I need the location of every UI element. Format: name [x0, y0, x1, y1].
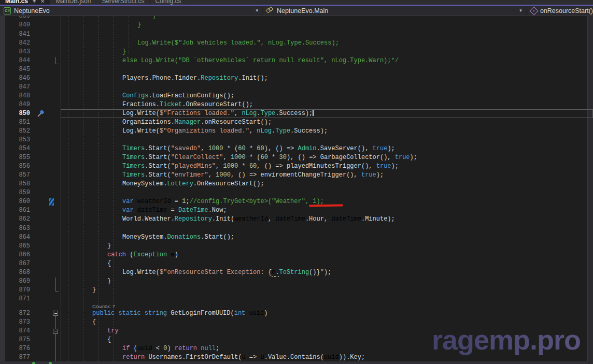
code-line-855[interactable]: 855Timers.Start("ClearCollect", 1000 * (…: [0, 153, 593, 162]
close-icon[interactable]: ✕: [40, 0, 45, 4]
ragemp-pro-watermark: ragemp.pro: [432, 324, 581, 356]
tab-label: Main.cs: [5, 0, 28, 5]
line-number: 845: [0, 65, 30, 74]
code-line-858[interactable]: 858MoneySystem.Lottery.OnResourceStart()…: [0, 180, 593, 188]
code-line-861[interactable]: 861var dateTime = DateTime.Now;: [0, 206, 593, 215]
line-number: 841: [0, 30, 30, 39]
code-line-842[interactable]: 842Log.Write($"Job vehicles loaded.", nL…: [0, 39, 593, 48]
tab-maindb-json[interactable]: MainDB.json: [50, 0, 96, 6]
tab-serverstruct[interactable]: ServerStruct.cs: [96, 0, 150, 6]
code-line-868[interactable]: 868Log.Write($"onResourceStart Exception…: [0, 268, 593, 277]
code-line-853[interactable]: 853: [0, 136, 593, 144]
member-name: onResourceStart(): [540, 7, 593, 14]
code-line-848[interactable]: 848Configs.LoadFractionConfigs();: [0, 92, 593, 100]
document-tab-strip: Main.cs ✕ MainDB.json ServerStruct.cs Co…: [0, 0, 593, 6]
code-line-849[interactable]: 849Fractions.Ticket.OnResourceStart();: [0, 100, 593, 109]
line-number: 859: [0, 188, 30, 197]
type-name: NeptuneEvo.Main: [277, 7, 328, 14]
code-line-846[interactable]: 846Players.Phone.Tinder.Repository.Init(…: [0, 74, 593, 83]
code-line-847[interactable]: 847: [0, 83, 593, 92]
line-number: 853: [0, 136, 30, 144]
project-dropdown[interactable]: C# NeptuneEvo ▾: [0, 6, 263, 16]
code-line-843[interactable]: 843}: [0, 48, 593, 56]
codelens-references[interactable]: Ссылок: 7: [0, 303, 593, 309]
code-line-851[interactable]: 851Organizations.Manager.onResourceStart…: [0, 118, 593, 127]
code-line-857[interactable]: 857Timers.Start("envTimer", 1000, () => …: [0, 171, 593, 180]
project-name: NeptuneEvo: [14, 7, 50, 14]
code-line-863[interactable]: 863: [0, 224, 593, 233]
code-line-872[interactable]: 872public static string GetLoginFromUUID…: [0, 309, 593, 318]
code-editor[interactable]: 839}840}841842Log.Write($"Job vehicles l…: [0, 16, 593, 364]
code-line-862[interactable]: 862World.Weather.Repository.Init(weather…: [0, 215, 593, 224]
tab-config[interactable]: Config.cs: [150, 0, 187, 6]
gutter-status-dot: [49, 362, 52, 364]
vs-code-editor-window: Main.cs ✕ MainDB.json ServerStruct.cs Co…: [0, 0, 593, 364]
code-line-866[interactable]: 866catch (Exception e): [0, 251, 593, 259]
code-rows: 839}840}841842Log.Write($"Job vehicles l…: [0, 16, 593, 364]
code-line-845[interactable]: 845: [0, 65, 593, 74]
line-number: 863: [0, 224, 30, 233]
code-line-840[interactable]: 840}: [0, 21, 593, 30]
code-line-865[interactable]: 865}: [0, 242, 593, 251]
csharp-project-icon: C#: [4, 7, 11, 14]
tab-main-cs[interactable]: Main.cs ✕: [0, 0, 50, 6]
code-line-856[interactable]: 856Timers.Start("playedMins", 1000 * 60,…: [0, 162, 593, 171]
horizontal-scrollbar[interactable]: [0, 361, 588, 364]
collapse-region-toggle[interactable]: [53, 311, 58, 316]
code-line-841[interactable]: 841: [0, 30, 593, 39]
pin-icon[interactable]: [32, 0, 36, 4]
code-line-859[interactable]: 859: [0, 188, 593, 197]
code-line-870[interactable]: 870}: [0, 286, 593, 295]
quick-actions-screwdriver-icon[interactable]: [37, 110, 45, 118]
tab-label: Config.cs: [155, 0, 181, 5]
chevron-down-icon[interactable]: ▾: [256, 8, 258, 13]
gutter-status-dot: [32, 362, 35, 364]
bookmark-icon[interactable]: [49, 198, 54, 206]
tab-label: MainDB.json: [55, 0, 91, 5]
type-dropdown[interactable]: NeptuneEvo.Main ▾: [263, 6, 527, 16]
code-line-844[interactable]: 844else Log.Write("DB `othervehicles` re…: [0, 56, 593, 65]
code-line-871[interactable]: 871: [0, 295, 593, 303]
code-line-839[interactable]: 839}: [0, 16, 593, 21]
collapse-region-toggle[interactable]: [53, 329, 58, 334]
text-cursor: [313, 109, 314, 116]
code-line-867[interactable]: 867{: [0, 259, 593, 268]
code-line-864[interactable]: 864MoneySystem.Donations.Start();: [0, 233, 593, 242]
code-line-850[interactable]: 850Log.Write($"Fractions loaded.", nLog.…: [0, 109, 593, 118]
class-icon: [266, 7, 274, 14]
code-line-869[interactable]: 869}: [0, 277, 593, 286]
method-cube-icon: [529, 6, 538, 15]
chevron-down-icon[interactable]: ▾: [519, 8, 522, 13]
tab-label: ServerStruct.cs: [102, 0, 144, 5]
code-line-854[interactable]: 854Timers.Start("savedb", 1000 * (60 * 6…: [0, 144, 593, 153]
line-number: 847: [0, 83, 30, 92]
code-navigation-bar: C# NeptuneEvo ▾ NeptuneEvo.Main ▾ onReso…: [0, 6, 593, 16]
member-dropdown[interactable]: onResourceStart(): [527, 6, 593, 16]
code-line-852[interactable]: 852Log.Write($"Organizations loaded.", n…: [0, 127, 593, 136]
code-line-860[interactable]: 860var weatherId = 1;//config.TryGet<byt…: [0, 197, 593, 206]
line-number: 871: [0, 295, 30, 303]
